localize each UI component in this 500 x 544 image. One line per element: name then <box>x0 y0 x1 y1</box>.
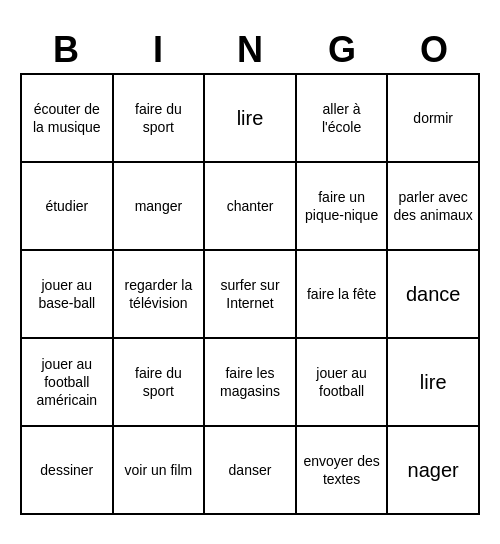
bingo-cell-14: dance <box>388 251 480 339</box>
bingo-cell-2: lire <box>205 75 297 163</box>
bingo-cell-11: regarder la télévision <box>114 251 206 339</box>
bingo-cell-8: faire un pique-nique <box>297 163 389 251</box>
bingo-cell-1: faire du sport <box>114 75 206 163</box>
bingo-cell-6: manger <box>114 163 206 251</box>
bingo-cell-3: aller à l'école <box>297 75 389 163</box>
bingo-letter-i: I <box>114 29 202 71</box>
bingo-cell-18: jouer au football <box>297 339 389 427</box>
bingo-cell-20: dessiner <box>22 427 114 515</box>
bingo-cell-23: envoyer des textes <box>297 427 389 515</box>
bingo-cell-22: danser <box>205 427 297 515</box>
bingo-cell-0: écouter de la musique <box>22 75 114 163</box>
bingo-title: BINGO <box>20 29 480 71</box>
bingo-cell-16: faire du sport <box>114 339 206 427</box>
bingo-letter-n: N <box>206 29 294 71</box>
bingo-letter-b: B <box>22 29 110 71</box>
bingo-cell-21: voir un film <box>114 427 206 515</box>
bingo-cell-19: lire <box>388 339 480 427</box>
bingo-cell-9: parler avec des animaux <box>388 163 480 251</box>
bingo-cell-12: surfer sur Internet <box>205 251 297 339</box>
bingo-grid: écouter de la musiquefaire du sportlirea… <box>20 73 480 515</box>
bingo-cell-4: dormir <box>388 75 480 163</box>
bingo-cell-13: faire la fête <box>297 251 389 339</box>
bingo-card: BINGO écouter de la musiquefaire du spor… <box>10 19 490 525</box>
bingo-cell-15: jouer au football américain <box>22 339 114 427</box>
bingo-cell-7: chanter <box>205 163 297 251</box>
bingo-cell-17: faire les magasins <box>205 339 297 427</box>
bingo-letter-o: O <box>390 29 478 71</box>
bingo-cell-24: nager <box>388 427 480 515</box>
bingo-cell-10: jouer au base-ball <box>22 251 114 339</box>
bingo-letter-g: G <box>298 29 386 71</box>
bingo-cell-5: étudier <box>22 163 114 251</box>
